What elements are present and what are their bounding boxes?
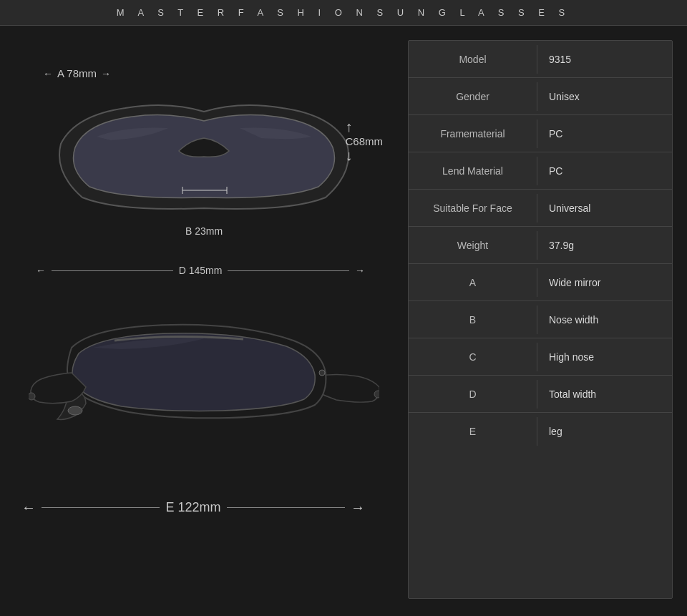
- spec-row: Suitable For FaceUniversal: [409, 190, 672, 227]
- spec-value: 9315: [537, 45, 672, 74]
- spec-value: Wide mirror: [537, 268, 672, 297]
- main-content: ← A 78mm → ↑ C68mm ↓: [0, 26, 687, 613]
- spec-label: B: [409, 305, 537, 334]
- specs-table: Model9315GenderUnisexFramematerialPCLend…: [408, 40, 673, 599]
- dim-b-text: B 23mm: [185, 225, 223, 237]
- spec-value: Universal: [537, 194, 672, 223]
- glasses-top-view: [39, 87, 369, 230]
- spec-row: GenderUnisex: [409, 78, 672, 115]
- glasses-side-view: [29, 305, 379, 462]
- spec-row: Eleg: [409, 413, 672, 450]
- header-title: M A S T E R F A S H I O N S U N G L A S …: [117, 7, 570, 18]
- spec-label: Weight: [409, 231, 537, 260]
- dim-a-text: A 78mm: [57, 67, 97, 79]
- spec-value: 37.9g: [537, 231, 672, 260]
- spec-label: Suitable For Face: [409, 194, 537, 223]
- spec-label: E: [409, 417, 537, 446]
- svg-point-6: [319, 370, 325, 376]
- spec-label: A: [409, 268, 537, 297]
- spec-row: AWide mirror: [409, 264, 672, 301]
- spec-value: PC: [537, 157, 672, 185]
- spec-label: Gender: [409, 82, 537, 111]
- dimension-a-label: ← A 78mm →: [43, 67, 111, 79]
- spec-row: Weight37.9g: [409, 227, 672, 264]
- dimension-e-label: ← E 122mm →: [21, 499, 365, 516]
- spec-row: CHigh nose: [409, 338, 672, 376]
- spec-label: C: [409, 343, 537, 371]
- svg-point-5: [68, 406, 82, 415]
- dim-c-text: C68mm: [345, 135, 383, 147]
- dimension-c-label: ↑ C68mm ↓: [345, 119, 383, 164]
- spec-value: Total width: [537, 380, 672, 409]
- spec-value: PC: [537, 119, 672, 148]
- spec-row: BNose width: [409, 301, 672, 338]
- spec-value: Nose width: [537, 305, 672, 334]
- spec-label: Model: [409, 45, 537, 74]
- spec-value: Unisex: [537, 82, 672, 111]
- dim-d-text: D 145mm: [179, 265, 223, 276]
- side-glasses-area: ← E 122mm →: [21, 298, 386, 519]
- svg-point-3: [374, 391, 379, 398]
- spec-row: Lend MaterialPC: [409, 152, 672, 190]
- top-glasses-area: ← A 78mm → ↑ C68mm ↓: [21, 62, 386, 290]
- spec-label: D: [409, 380, 537, 409]
- dimension-d-label: ← D 145mm →: [36, 265, 365, 276]
- spec-value: High nose: [537, 343, 672, 371]
- site-header: M A S T E R F A S H I O N S U N G L A S …: [0, 0, 687, 26]
- spec-row: FramematerialPC: [409, 115, 672, 152]
- dim-e-text: E 122mm: [165, 500, 220, 515]
- spec-row: Model9315: [409, 41, 672, 78]
- spec-value: leg: [537, 417, 672, 446]
- spec-label: Lend Material: [409, 157, 537, 185]
- spec-row: DTotal width: [409, 376, 672, 413]
- svg-point-4: [29, 393, 35, 400]
- left-panel: ← A 78mm → ↑ C68mm ↓: [0, 26, 408, 613]
- dimension-b-label: B 23mm: [185, 225, 223, 237]
- spec-label: Framematerial: [409, 119, 537, 148]
